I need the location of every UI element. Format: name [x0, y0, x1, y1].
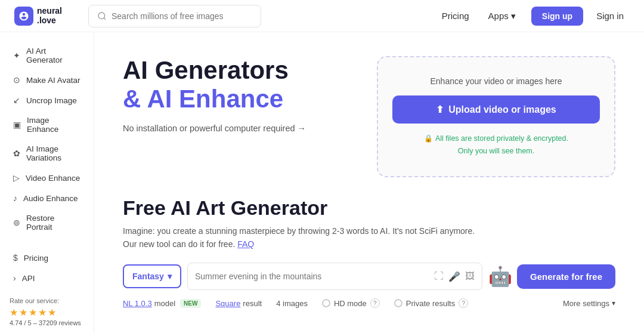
avatar-icon: ⊙ [13, 75, 20, 85]
art-generator-section: Free AI Art Generator Imagine: you creat… [123, 196, 615, 309]
main-layout: ✦ AI Art Generator ⊙ Make AI Avatar ↙ Un… [0, 32, 644, 333]
result-item: Square result [215, 299, 262, 308]
chevron-down-icon: ▾ [168, 272, 172, 281]
prompt-input[interactable] [195, 272, 434, 281]
sidebar-item-api[interactable]: › API [4, 269, 90, 288]
expand-icon[interactable]: ⛶ [434, 271, 444, 282]
api-icon: › [13, 273, 16, 283]
svg-point-0 [98, 13, 105, 19]
hero-text: AI Generators & AI Enhance No installati… [123, 56, 353, 133]
portrait-icon: ⊚ [13, 218, 20, 227]
signup-button[interactable]: Sign up [531, 7, 583, 26]
search-bar[interactable] [88, 5, 261, 27]
sidebar-footer: Rate our service: ★★★★★ 4.74 / 5 – 37209… [0, 290, 94, 333]
sidebar-item-restore-portrait[interactable]: ⊚ Restore Portrait [4, 209, 90, 236]
sidebar-item-ai-image-variations[interactable]: ✿ AI Image Variations [4, 140, 90, 167]
image-icon[interactable]: 🖼 [465, 271, 475, 282]
generator-row: Fantasy ▾ ⛶ 🎤 🖼 🤖 Generate for free [123, 263, 615, 290]
images-item: 4 images [276, 299, 308, 308]
svg-line-1 [104, 18, 106, 20]
model-row: NL 1.0.3 model NEW Square result 4 image… [123, 298, 615, 308]
video-icon: ▷ [13, 173, 20, 183]
art-desc: Imagine: you create a stunning masterpie… [123, 224, 615, 251]
sidebar-item-uncrop-image[interactable]: ↙ Uncrop Image [4, 91, 90, 110]
top-navigation: neural .love Pricing Apps ▾ Sign up Sign… [0, 0, 644, 32]
signin-link[interactable]: Sign in [590, 7, 630, 24]
nav-apps-link[interactable]: Apps ▾ [480, 7, 524, 25]
private-results-radio[interactable] [394, 299, 402, 307]
mic-icon[interactable]: 🎤 [448, 271, 460, 282]
sidebar: ✦ AI Art Generator ⊙ Make AI Avatar ↙ Un… [0, 32, 94, 333]
upload-button[interactable]: ⬆ Upload video or images [392, 95, 600, 124]
generate-button[interactable]: Generate for free [517, 264, 615, 289]
new-badge: NEW [180, 299, 201, 308]
dollar-icon: $ [13, 253, 18, 263]
sidebar-item-image-enhance[interactable]: ▣ Image Enhance [4, 111, 90, 138]
nav-links: Pricing Apps ▾ Sign up Sign in [434, 7, 630, 26]
upload-icon: ⬆ [436, 104, 444, 115]
search-input[interactable] [112, 11, 252, 21]
sparkle-icon: ✦ [13, 51, 20, 60]
more-settings-button[interactable]: More settings ▾ [563, 299, 615, 308]
prompt-input-wrap: ⛶ 🎤 🖼 [187, 263, 482, 290]
enhance-icon: ▣ [13, 120, 21, 130]
uncrop-icon: ↙ [13, 95, 20, 105]
sidebar-item-audio-enhance[interactable]: ♪ Audio Enhance [4, 189, 90, 208]
variations-icon: ✿ [13, 149, 20, 158]
hero-section: AI Generators & AI Enhance No installati… [123, 56, 615, 177]
audio-icon: ♪ [13, 193, 17, 203]
hd-help-icon[interactable]: ? [370, 298, 380, 308]
hd-mode-radio[interactable] [322, 299, 330, 307]
upload-label: Enhance your video or images here [430, 76, 562, 86]
chevron-down-icon: ▾ [511, 11, 516, 21]
faq-link[interactable]: FAQ [237, 239, 254, 249]
style-select[interactable]: Fantasy ▾ [123, 264, 181, 288]
lock-icon: 🔒 [424, 133, 433, 144]
model-item: NL 1.0.3 model NEW [123, 299, 201, 308]
robot-icon: 🤖 [488, 265, 512, 288]
result-link[interactable]: Square [215, 299, 240, 308]
rating-text: 4.74 / 5 – 37209 reviews [10, 319, 84, 326]
art-title: Free AI Art Generator [123, 196, 615, 220]
upload-card: Enhance your video or images here ⬆ Uplo… [377, 56, 615, 177]
rate-label: Rate our service: [10, 297, 84, 304]
private-results-item: Private results ? [394, 298, 468, 308]
model-link[interactable]: NL 1.0.3 [123, 299, 152, 308]
sidebar-item-ai-art-generator[interactable]: ✦ AI Art Generator [4, 42, 90, 69]
logo-text: neural .love [37, 7, 62, 25]
hero-title: AI Generators & AI Enhance [123, 56, 353, 114]
sidebar-item-video-enhance[interactable]: ▷ Video Enhance [4, 168, 90, 187]
private-help-icon[interactable]: ? [459, 298, 468, 308]
logo-icon [14, 7, 33, 26]
chevron-down-icon: ▾ [612, 299, 615, 307]
hd-mode-item: HD mode ? [322, 298, 380, 308]
logo[interactable]: neural .love [14, 7, 74, 26]
prompt-icons: ⛶ 🎤 🖼 [434, 271, 475, 282]
search-icon [97, 11, 107, 21]
sidebar-item-pricing[interactable]: $ Pricing [4, 248, 90, 267]
main-content: AI Generators & AI Enhance No installati… [94, 32, 644, 333]
sidebar-item-make-ai-avatar[interactable]: ⊙ Make AI Avatar [4, 70, 90, 90]
hero-subtitle: No installation or powerful computer req… [123, 124, 353, 133]
upload-note: 🔒 All files are stored privately & encry… [424, 133, 568, 157]
nav-pricing-link[interactable]: Pricing [434, 7, 478, 24]
star-rating[interactable]: ★★★★★ [10, 307, 84, 318]
